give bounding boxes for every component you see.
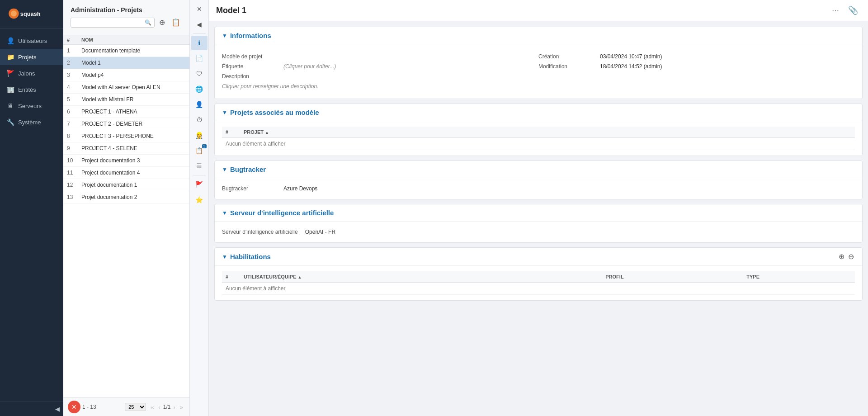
list-item[interactable]: 10 Project documentation 3 bbox=[63, 155, 189, 167]
search-box[interactable]: 🔍 bbox=[71, 18, 155, 28]
list-item[interactable]: 2 Model 1 bbox=[63, 57, 189, 69]
detail-panel: Model 1 ⋯ 📎 ▼ Informations Modèle de pro… bbox=[209, 0, 868, 416]
last-page-button[interactable]: » bbox=[178, 403, 185, 411]
info-left-col: Modèle de projet Étiquette (Cliquer pour… bbox=[222, 50, 538, 93]
habilitations-title: Habilitations bbox=[230, 253, 271, 260]
informations-section: ▼ Informations Modèle de projet Étiquett… bbox=[214, 27, 863, 99]
add-project-button[interactable]: ⊕ bbox=[157, 17, 167, 28]
sidebar-item-projets[interactable]: 📁 Projets bbox=[0, 49, 63, 65]
row-name: Project documentation 3 bbox=[81, 157, 186, 164]
row-name: Projet documentation 2 bbox=[81, 194, 186, 200]
creation-label: Création bbox=[538, 53, 593, 60]
row-num: 13 bbox=[67, 194, 81, 200]
squash-logo: squash bbox=[7, 5, 43, 22]
row-name: PROJECT 2 - DEMETER bbox=[81, 121, 186, 127]
col-projet-th[interactable]: PROJET ▲ bbox=[240, 127, 855, 138]
row-name: PROJECT 4 - SELENE bbox=[81, 145, 186, 151]
export-button[interactable]: 📋 bbox=[170, 17, 182, 28]
list-item[interactable]: 8 PROJECT 3 - PERSEPHONE bbox=[63, 130, 189, 142]
shield-icon-button[interactable]: 🛡 bbox=[191, 66, 208, 81]
col-name-header: NOM bbox=[81, 37, 186, 43]
projets-icon: 📁 bbox=[6, 53, 14, 61]
projets-associes-body: # PROJET ▲ Aucun élément à afficher bbox=[215, 121, 862, 156]
per-page-select[interactable]: 25 50 100 bbox=[125, 403, 146, 411]
list-item[interactable]: 3 Model p4 bbox=[63, 69, 189, 81]
etiquette-value[interactable]: (Cliquer pour éditer...) bbox=[283, 63, 336, 70]
cancel-button[interactable]: ✕ bbox=[68, 401, 80, 413]
description-placeholder[interactable]: Cliquer pour renseigner une description. bbox=[222, 81, 538, 91]
document-icon-button[interactable]: 📄 bbox=[191, 51, 208, 66]
user-sort-icon: ▲ bbox=[298, 275, 302, 279]
remove-habilitation-button[interactable]: ⊖ bbox=[847, 252, 855, 261]
list-item[interactable]: 13 Projet documentation 2 bbox=[63, 191, 189, 203]
empty-message: Aucun élément à afficher bbox=[222, 138, 855, 150]
row-num: 6 bbox=[67, 109, 81, 115]
sidebar-item-systeme[interactable]: 🔧 Système bbox=[0, 114, 63, 130]
next-page-button[interactable]: › bbox=[171, 403, 177, 411]
sidebar-item-entites[interactable]: 🏢 Entités bbox=[0, 81, 63, 98]
list-item[interactable]: 4 Model with AI server Open AI EN bbox=[63, 81, 189, 94]
list-doc-badge: 1 bbox=[202, 144, 207, 148]
person-icon-button[interactable]: 👤 bbox=[191, 97, 208, 112]
globe-icon-button[interactable]: 🌐 bbox=[191, 82, 208, 96]
sidebar-item-label: Serveurs bbox=[18, 103, 42, 109]
flag-icon-button[interactable]: 🚩 bbox=[191, 177, 208, 192]
informations-title: Informations bbox=[230, 32, 271, 39]
hab-empty-message: Aucun élément à afficher bbox=[222, 283, 855, 295]
clock-icon-button[interactable]: ⏱ bbox=[191, 113, 208, 127]
modification-row: Modification 18/04/2024 14:52 (admin) bbox=[538, 61, 855, 71]
collapse-detail-button[interactable]: ◀ bbox=[191, 17, 208, 32]
prev-page-button[interactable]: ‹ bbox=[156, 403, 162, 411]
close-detail-button[interactable]: ✕ bbox=[191, 2, 208, 16]
informations-section-header[interactable]: ▼ Informations bbox=[215, 27, 862, 44]
usercheck-icon-button[interactable]: 👷 bbox=[191, 128, 208, 142]
creation-value: 03/04/2024 10:47 (admin) bbox=[600, 53, 662, 60]
hab-user-th[interactable]: UTILISATEUR/ÉQUIPE ▲ bbox=[240, 271, 602, 283]
list-item[interactable]: 11 Project documentation 4 bbox=[63, 167, 189, 179]
info-right-col: Création 03/04/2024 10:47 (admin) Modifi… bbox=[538, 50, 855, 93]
list-item[interactable]: 5 Model with Mistral FR bbox=[63, 94, 189, 106]
sidebar-item-label: Entités bbox=[18, 86, 36, 93]
attach-button[interactable]: 📎 bbox=[845, 5, 861, 16]
ai-server-header[interactable]: ▼ Serveur d'intelligence artificielle bbox=[215, 204, 862, 222]
modele-label: Modèle de projet bbox=[222, 53, 276, 60]
etiquette-row: Étiquette (Cliquer pour éditer...) bbox=[222, 61, 538, 71]
add-habilitation-button[interactable]: ⊕ bbox=[838, 252, 845, 261]
more-options-button[interactable]: ⋯ bbox=[829, 5, 842, 16]
list-item[interactable]: 6 PROJECT 1 - ATHENA bbox=[63, 106, 189, 118]
list-item[interactable]: 7 PROJECT 2 - DEMETER bbox=[63, 118, 189, 130]
first-page-button[interactable]: « bbox=[149, 403, 156, 411]
creation-row: Création 03/04/2024 10:47 (admin) bbox=[538, 52, 855, 61]
row-name: Model 1 bbox=[81, 60, 186, 66]
bugtracker-label: Bugtracker bbox=[222, 185, 276, 192]
sidebar-item-jalons[interactable]: 🚩 Jalons bbox=[0, 65, 63, 81]
list-item[interactable]: 1 Documentation template bbox=[63, 45, 189, 57]
habilitations-chevron-icon: ▼ bbox=[222, 254, 227, 260]
list-item[interactable]: 12 Projet documentation 1 bbox=[63, 179, 189, 191]
list-icon-button[interactable]: ☰ bbox=[191, 159, 208, 173]
list-item[interactable]: 9 PROJECT 4 - SELENE bbox=[63, 142, 189, 155]
row-num: 9 bbox=[67, 145, 81, 151]
sidebar-navigation: 👤 Utilisateurs 📁 Projets 🚩 Jalons 🏢 Enti… bbox=[0, 29, 63, 402]
sidebar-collapse-button[interactable]: ◀ bbox=[0, 402, 63, 416]
star-icon-button[interactable]: ⭐ bbox=[191, 193, 208, 207]
row-num: 8 bbox=[67, 133, 81, 139]
sidebar-item-serveurs[interactable]: 🖥 Serveurs bbox=[0, 98, 63, 114]
bugtracker-header[interactable]: ▼ Bugtracker bbox=[215, 161, 862, 178]
project-list-panel: Administration - Projets 🔍 ⊕ 📋 # NOM 1 D… bbox=[63, 0, 190, 416]
modification-label: Modification bbox=[538, 63, 593, 70]
row-name: PROJECT 3 - PERSEPHONE bbox=[81, 133, 186, 139]
table-row: Aucun élément à afficher bbox=[222, 138, 855, 150]
projets-associes-header[interactable]: ▼ Projets associés au modèle bbox=[215, 104, 862, 121]
search-input[interactable] bbox=[74, 19, 145, 26]
informations-body: Modèle de projet Étiquette (Cliquer pour… bbox=[215, 44, 862, 99]
projet-sort-icon: ▲ bbox=[265, 130, 269, 135]
sidebar-logo: squash bbox=[0, 0, 63, 29]
sidebar-item-utilisateurs[interactable]: 👤 Utilisateurs bbox=[0, 33, 63, 49]
info-icon-button[interactable]: ℹ bbox=[191, 36, 208, 50]
row-name: Model with AI server Open AI EN bbox=[81, 84, 186, 90]
jalons-icon: 🚩 bbox=[6, 70, 14, 77]
modele-row: Modèle de projet bbox=[222, 52, 538, 61]
description-row: Description bbox=[222, 71, 538, 81]
row-name: Project documentation 4 bbox=[81, 170, 186, 176]
